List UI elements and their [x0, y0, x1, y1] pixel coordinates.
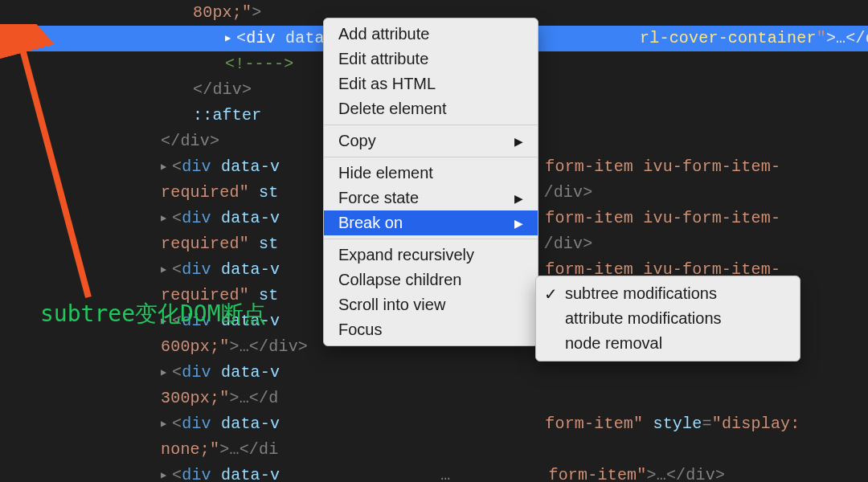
expand-triangle-icon[interactable]: ▶	[161, 468, 172, 482]
ctx-edit-attribute[interactable]: Edit attribute	[324, 47, 538, 71]
code-line[interactable]: ▶<div data-v… form-item">…</div>	[0, 463, 868, 482]
ctx-focus[interactable]: Focus	[324, 317, 538, 342]
ctx-expand-recursively[interactable]: Expand recursively	[324, 243, 538, 268]
annotation-label: subtree变化DOM断点	[40, 299, 266, 329]
code-line: none;">…</di	[0, 437, 868, 463]
submenu-node-removal[interactable]: node removal	[536, 331, 800, 356]
menu-separator	[324, 125, 538, 125]
menu-separator	[324, 157, 538, 157]
submenu-attribute-modifications[interactable]: attribute modifications	[536, 306, 800, 331]
menu-separator	[324, 239, 538, 239]
ctx-break-on[interactable]: Break on▶	[324, 210, 538, 235]
ctx-copy[interactable]: Copy▶	[324, 129, 538, 153]
expand-triangle-icon[interactable]: ▶	[161, 211, 172, 227]
code-line: 300px;">…</d	[0, 386, 868, 411]
ctx-force-state[interactable]: Force state▶	[324, 186, 538, 210]
ctx-edit-as-html[interactable]: Edit as HTML	[324, 71, 538, 96]
expand-triangle-icon[interactable]: ▶	[161, 263, 172, 278]
code-line[interactable]: ▶<div data-v	[0, 360, 868, 386]
breakpoint-marker[interactable]	[10, 33, 21, 44]
checkmark-icon: ✓	[544, 284, 558, 304]
submenu-subtree-modifications[interactable]: ✓ subtree modifications	[536, 281, 800, 306]
ctx-hide-element[interactable]: Hide element	[324, 161, 538, 186]
expand-triangle-icon[interactable]: ▶	[161, 366, 172, 381]
break-on-submenu[interactable]: ✓ subtree modifications attribute modifi…	[535, 276, 800, 362]
expand-triangle-icon[interactable]: ▶	[161, 417, 172, 432]
ctx-delete-element[interactable]: Delete element	[324, 96, 538, 121]
ctx-scroll-into-view[interactable]: Scroll into view	[324, 292, 538, 317]
submenu-triangle-icon: ▶	[514, 192, 523, 205]
context-menu[interactable]: Add attribute Edit attribute Edit as HTM…	[323, 18, 538, 346]
expand-triangle-icon[interactable]: ▶	[161, 160, 172, 175]
ctx-collapse-children[interactable]: Collapse children	[324, 268, 538, 292]
submenu-triangle-icon: ▶	[514, 217, 523, 230]
submenu-triangle-icon: ▶	[514, 135, 523, 148]
ctx-add-attribute[interactable]: Add attribute	[324, 22, 538, 47]
code-line[interactable]: ▶<div data-vform-item" style="display:	[0, 411, 868, 437]
expand-triangle-icon[interactable]: ▶	[225, 31, 236, 47]
